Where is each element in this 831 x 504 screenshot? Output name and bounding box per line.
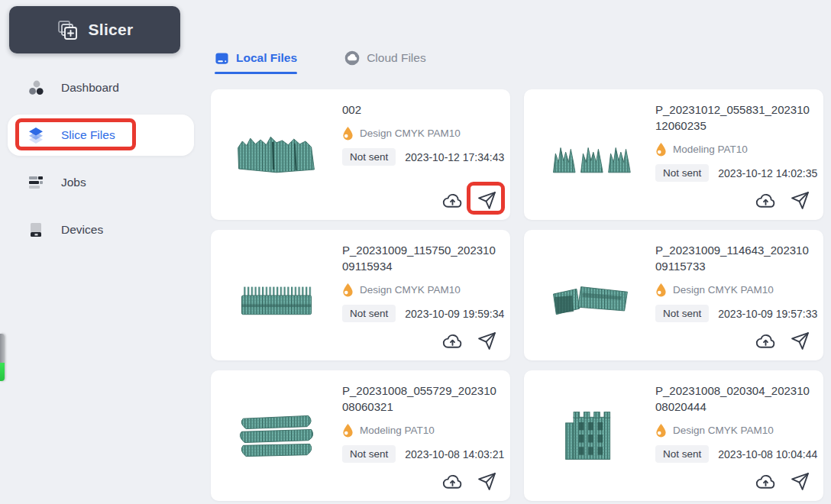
material-label: Design CMYK PAM10 [360, 284, 461, 296]
send-icon [477, 331, 496, 351]
cloud-upload-icon [755, 192, 777, 209]
material-label: Design CMYK PAM10 [673, 425, 774, 436]
file-title: P_20231009_114643_20231009115733 [655, 242, 814, 274]
sidebar-item-devices[interactable]: Devices [0, 209, 197, 250]
model-thumbnail [524, 370, 655, 501]
model-thumbnail [211, 370, 342, 501]
file-card[interactable]: P_20231009_115750_20231009115934 Design … [211, 230, 510, 360]
local-files-icon [215, 51, 229, 66]
file-card[interactable]: P_20231008_020304_20231008020444 Design … [524, 370, 823, 501]
cloud-files-icon [344, 50, 360, 66]
app-logo: Slicer [9, 6, 180, 53]
material-droplet-icon [342, 283, 354, 297]
send-button[interactable] [477, 331, 496, 351]
cloud-upload-icon [441, 332, 464, 350]
send-button[interactable] [477, 472, 496, 491]
timestamp: 2023-10-09 19:57:33 [718, 308, 817, 320]
sidebar-item-slice-files[interactable]: Slice Files [8, 115, 194, 156]
file-title: P_20231008_020304_20231008020444 [655, 383, 814, 415]
tab-local-files[interactable]: Local Files [215, 50, 297, 74]
sidebar-item-label: Jobs [61, 176, 86, 189]
material-label: Modeling PAT10 [673, 144, 748, 155]
timestamp: 2023-10-12 17:34:43 [405, 151, 504, 163]
file-card[interactable]: P_20231008_055729_20231008060321 Modelin… [211, 370, 510, 501]
send-button[interactable] [477, 191, 496, 210]
file-card[interactable]: 002 Design CMYK PAM10 Not sent 2023-10-1… [211, 89, 510, 220]
model-thumbnail [524, 89, 655, 220]
jobs-icon [27, 174, 44, 191]
sidebar-nav: Dashboard Slice Files Jobs [0, 67, 197, 257]
sidebar-item-dashboard[interactable]: Dashboard [0, 67, 197, 108]
material-droplet-icon [342, 126, 354, 141]
send-icon [791, 331, 810, 351]
tab-cloud-files[interactable]: Cloud Files [344, 50, 426, 74]
sidebar-item-jobs[interactable]: Jobs [0, 162, 197, 203]
devices-icon [27, 221, 44, 238]
tab-label: Local Files [236, 51, 297, 65]
status-badge: Not sent [655, 305, 709, 322]
cloud-upload-button[interactable] [441, 473, 464, 490]
send-button[interactable] [791, 191, 810, 210]
material-label: Design CMYK PAM10 [360, 128, 461, 139]
model-thumbnail [211, 89, 342, 220]
sidebar-item-label: Devices [61, 223, 103, 237]
send-icon [477, 191, 496, 210]
material-droplet-icon [655, 423, 667, 438]
tab-label: Cloud Files [367, 51, 426, 65]
material-label: Design CMYK PAM10 [673, 284, 774, 296]
send-button[interactable] [791, 331, 810, 351]
material-droplet-icon [655, 283, 667, 297]
sidebar-item-label: Dashboard [61, 81, 119, 95]
model-thumbnail [524, 230, 655, 360]
status-badge: Not sent [342, 148, 396, 166]
file-card-grid: 002 Design CMYK PAM10 Not sent 2023-10-1… [211, 89, 823, 501]
file-title: P_20231012_055831_20231012060235 [655, 102, 814, 134]
timestamp: 2023-10-12 14:02:35 [718, 167, 817, 179]
timestamp: 2023-10-08 14:03:21 [405, 448, 504, 460]
slicer-app-window: Slicer Dashboard Slice Files [0, 0, 831, 504]
slicer-logo-icon [56, 18, 79, 41]
material-droplet-icon [655, 142, 667, 157]
sidebar-item-label: Slice Files [61, 128, 115, 142]
model-thumbnail [211, 230, 342, 360]
cloud-upload-icon [755, 473, 777, 490]
material-droplet-icon [342, 423, 354, 438]
file-card[interactable]: P_20231012_055831_20231012060235 Modelin… [524, 89, 823, 220]
scroll-thumb-gray [0, 334, 5, 363]
cloud-upload-icon [755, 332, 777, 350]
cloud-upload-button[interactable] [755, 332, 777, 350]
file-card[interactable]: P_20231009_114643_20231009115733 Design … [524, 230, 823, 360]
cloud-upload-icon [441, 473, 464, 490]
cloud-upload-button[interactable] [755, 192, 777, 209]
dashboard-icon [27, 79, 44, 96]
cloud-upload-button[interactable] [441, 332, 464, 350]
sidebar: Slicer Dashboard Slice Files [0, 0, 197, 504]
edge-scroll-thumb[interactable] [0, 334, 5, 381]
status-badge: Not sent [342, 445, 396, 463]
slice-files-icon [27, 127, 44, 144]
timestamp: 2023-10-09 19:59:34 [405, 308, 504, 320]
cloud-upload-icon [441, 192, 464, 209]
cloud-upload-button[interactable] [755, 473, 777, 490]
send-icon [791, 191, 810, 210]
send-button[interactable] [791, 472, 810, 491]
send-icon [477, 472, 496, 491]
cloud-upload-button[interactable] [441, 192, 464, 209]
material-label: Modeling PAT10 [360, 425, 435, 436]
file-title: 002 [342, 102, 501, 118]
app-title: Slicer [88, 21, 133, 39]
scroll-thumb-green [0, 363, 5, 381]
timestamp: 2023-10-08 10:04:44 [718, 448, 817, 460]
file-tabs: Local Files Cloud Files [215, 50, 426, 74]
send-icon [791, 472, 810, 491]
status-badge: Not sent [342, 305, 396, 322]
file-title: P_20231009_115750_20231009115934 [342, 242, 501, 274]
status-badge: Not sent [655, 164, 709, 182]
file-title: P_20231008_055729_20231008060321 [342, 383, 501, 415]
status-badge: Not sent [655, 445, 709, 463]
